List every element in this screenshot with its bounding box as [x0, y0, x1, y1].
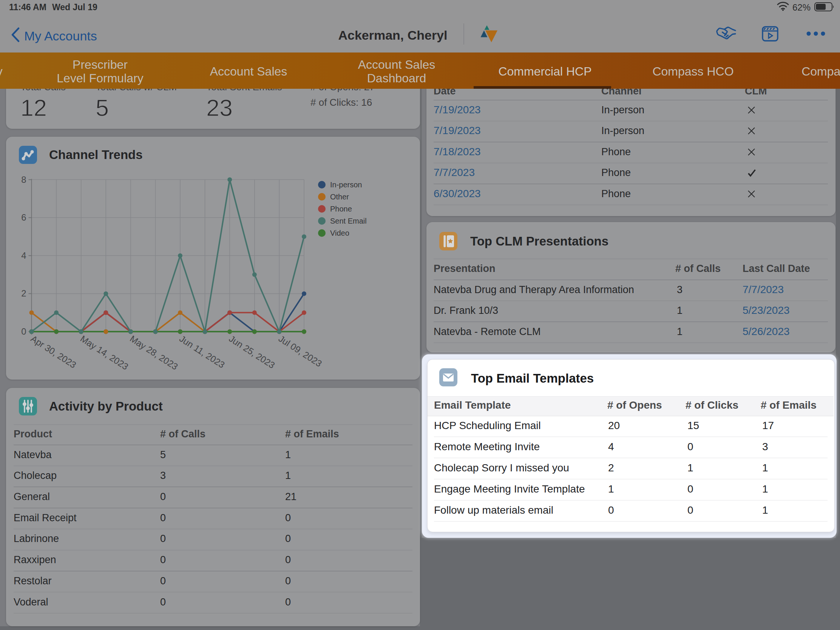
svg-text:Jun 11, 2023: Jun 11, 2023	[177, 333, 227, 370]
svg-text:2: 2	[21, 288, 26, 298]
svg-text:Jul 09, 2023: Jul 09, 2023	[277, 333, 324, 369]
svg-text:May 14, 2023: May 14, 2023	[79, 333, 130, 372]
svg-text:Phone: Phone	[330, 205, 352, 213]
svg-text:Jun 25, 2023: Jun 25, 2023	[227, 333, 276, 371]
svg-text:8: 8	[21, 175, 26, 185]
svg-text:0: 0	[21, 326, 26, 336]
svg-text:6: 6	[21, 212, 26, 223]
svg-text:May 28, 2023: May 28, 2023	[128, 333, 180, 372]
svg-text:Other: Other	[330, 193, 349, 201]
svg-text:Apr 30, 2023: Apr 30, 2023	[29, 333, 78, 370]
svg-text:Sent Email: Sent Email	[330, 217, 367, 225]
svg-text:4: 4	[21, 250, 26, 261]
svg-text:In-person: In-person	[330, 180, 362, 189]
svg-text:Video: Video	[330, 229, 349, 237]
